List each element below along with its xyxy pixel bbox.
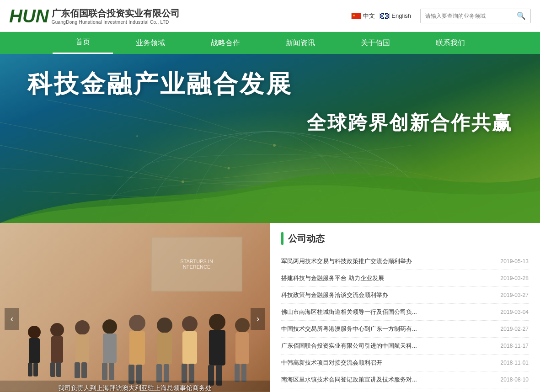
news-section-header: 公司动态: [281, 232, 529, 245]
svg-rect-36: [102, 363, 107, 380]
svg-rect-33: [81, 362, 87, 378]
hero-banner: 科技金融产业融合发展 全球跨界创新合作共赢: [0, 54, 540, 223]
news-item-4[interactable]: 佛山市南海区桂城街道相关领导一行及佰国公司负... 2019-03-04: [281, 304, 529, 321]
lang-en-label: English: [391, 12, 411, 19]
news-link-6: 广东佰国联合投资实业有限公司引进的中国航天科...: [281, 342, 423, 350]
slider-caption: 我司负责人到上海拜访澳大利亚驻上海总领事馆商务处: [0, 381, 270, 392]
news-date-3: 2019-03-27: [501, 292, 529, 298]
svg-rect-48: [182, 364, 187, 383]
svg-rect-25: [33, 363, 38, 376]
news-date-8: 2018-08-10: [501, 376, 529, 383]
lang-en-button[interactable]: English: [380, 12, 411, 19]
svg-rect-28: [50, 362, 55, 377]
lang-cn-label: 中文: [363, 12, 375, 20]
svg-rect-44: [156, 364, 162, 382]
svg-point-26: [50, 323, 64, 337]
news-link-1: 军民两用技术交易与科技政策推广交流会顺利举办: [281, 257, 423, 265]
svg-rect-56: [235, 364, 240, 382]
svg-point-30: [75, 320, 90, 335]
slider-image: STARTUPS INNFERENCE: [0, 223, 270, 392]
nav-item-home[interactable]: 首页: [53, 32, 113, 54]
search-button[interactable]: 🔍: [512, 9, 530, 23]
nav-item-contact[interactable]: 联系我们: [413, 32, 488, 54]
news-item-3[interactable]: 科技政策与金融服务洽谈交流会顺利举办 2019-03-27: [281, 287, 529, 304]
news-section-title: 公司动态: [288, 233, 325, 245]
svg-rect-31: [75, 334, 89, 363]
news-link-5: 中国技术交易所粤港澳服务中心到广东一方制药有...: [281, 325, 423, 333]
svg-point-22: [28, 326, 41, 339]
logo-abbr: HUN: [9, 7, 49, 25]
flag-cn-icon: ★: [351, 13, 361, 19]
main-nav: 首页 业务领域 战略合作 新闻资讯 关于佰国 联系我们: [0, 32, 540, 54]
news-section: 公司动态 军民两用技术交易与科技政策推广交流会顺利举办 2019-05-13 搭…: [270, 223, 540, 392]
svg-rect-24: [28, 363, 32, 376]
news-header-bar: [281, 232, 283, 245]
news-link-7: 中韩高新技术项目对接交流会顺利召开: [281, 359, 423, 367]
svg-point-38: [129, 315, 145, 331]
svg-rect-49: [189, 364, 194, 383]
svg-rect-27: [51, 336, 63, 363]
hero-hills: [0, 168, 540, 223]
people-silhouettes: [16, 309, 254, 392]
svg-rect-37: [109, 363, 114, 380]
svg-point-46: [182, 316, 198, 332]
svg-rect-23: [29, 338, 40, 363]
nav-list: 首页 业务领域 战略合作 新闻资讯 关于佰国 联系我们: [53, 32, 488, 54]
svg-point-42: [157, 318, 172, 333]
news-date-1: 2019-05-13: [501, 258, 529, 265]
svg-rect-51: [209, 330, 225, 366]
site-header: HUN 广东佰国联合投资实业有限公司 GuangDong Hunational …: [0, 0, 540, 32]
svg-rect-55: [235, 332, 249, 364]
nav-item-news[interactable]: 新闻资讯: [263, 32, 338, 54]
slider-prev-button[interactable]: ‹: [5, 308, 19, 330]
news-link-2: 搭建科技与金融服务平台 助力企业发展: [281, 274, 423, 282]
language-switcher: ★ 中文 English: [351, 12, 411, 20]
flag-en-icon: [380, 13, 390, 19]
search-icon: 🔍: [517, 11, 526, 20]
news-link-3: 科技政策与金融服务洽谈交流会顺利举办: [281, 291, 423, 299]
hero-line-2: 全球跨界创新合作共赢: [27, 110, 513, 136]
news-date-5: 2019-02-27: [501, 326, 529, 332]
nav-item-strategy[interactable]: 战略合作: [188, 32, 263, 54]
search-box: 🔍: [420, 9, 531, 23]
logo-company-en: GuangDong Hunational Investment Industri…: [52, 20, 180, 25]
svg-rect-35: [103, 334, 117, 363]
svg-rect-47: [182, 331, 197, 364]
news-link-4: 佛山市南海区桂城街道相关领导一行及佰国公司负...: [281, 308, 423, 316]
logo-text: 广东佰国联合投资实业有限公司 GuangDong Hunational Inve…: [52, 7, 180, 25]
slider-next-button[interactable]: ›: [251, 308, 265, 330]
content-area: STARTUPS INNFERENCE: [0, 223, 540, 392]
news-item-9[interactable]: 中轻工业联合会信息中心暨造中心等一行领导到... 2018-07-31: [281, 388, 529, 392]
news-item-1[interactable]: 军民两用技术交易与科技政策推广交流会顺利举办 2019-05-13: [281, 253, 529, 270]
lang-cn-button[interactable]: ★ 中文: [351, 12, 375, 20]
news-item-8[interactable]: 南海区里水镇技术合同登记政策宣讲及技术服务对... 2018-08-10: [281, 371, 529, 388]
svg-point-34: [102, 319, 117, 334]
background-sign: STARTUPS INNFERENCE: [151, 237, 242, 291]
news-item-2[interactable]: 搭建科技与金融服务平台 助力企业发展 2019-03-28: [281, 270, 529, 287]
svg-rect-57: [241, 364, 246, 382]
news-item-5[interactable]: 中国技术交易所粤港澳服务中心到广东一方制药有... 2019-02-27: [281, 321, 529, 338]
search-input[interactable]: [421, 13, 512, 19]
news-list: 军民两用技术交易与科技政策推广交流会顺利举办 2019-05-13 搭建科技与金…: [281, 253, 529, 392]
hero-line-1: 科技金融产业融合发展: [27, 68, 513, 101]
slider-section: STARTUPS INNFERENCE: [0, 223, 270, 392]
nav-item-business[interactable]: 业务领域: [113, 32, 188, 54]
news-date-6: 2018-11-17: [501, 343, 529, 349]
svg-rect-29: [56, 362, 61, 377]
nav-item-about[interactable]: 关于佰国: [338, 32, 413, 54]
svg-rect-32: [75, 362, 80, 378]
news-date-2: 2019-03-28: [501, 275, 529, 281]
logo-area: HUN 广东佰国联合投资实业有限公司 GuangDong Hunational …: [9, 7, 351, 25]
svg-point-50: [209, 314, 225, 330]
svg-rect-43: [157, 333, 172, 365]
svg-rect-45: [164, 364, 169, 382]
news-date-7: 2018-11-01: [501, 360, 529, 366]
logo-company-cn: 广东佰国联合投资实业有限公司: [52, 7, 180, 20]
news-link-8: 南海区里水镇技术合同登记政策宣讲及技术服务对...: [281, 376, 423, 384]
hero-text-area: 科技金融产业融合发展 全球跨界创新合作共赢: [0, 54, 540, 149]
news-date-4: 2019-03-04: [501, 309, 529, 315]
news-item-6[interactable]: 广东佰国联合投资实业有限公司引进的中国航天科... 2018-11-17: [281, 338, 529, 355]
news-item-7[interactable]: 中韩高新技术项目对接交流会顺利召开 2018-11-01: [281, 355, 529, 371]
svg-point-54: [235, 318, 250, 333]
svg-rect-39: [129, 331, 145, 365]
